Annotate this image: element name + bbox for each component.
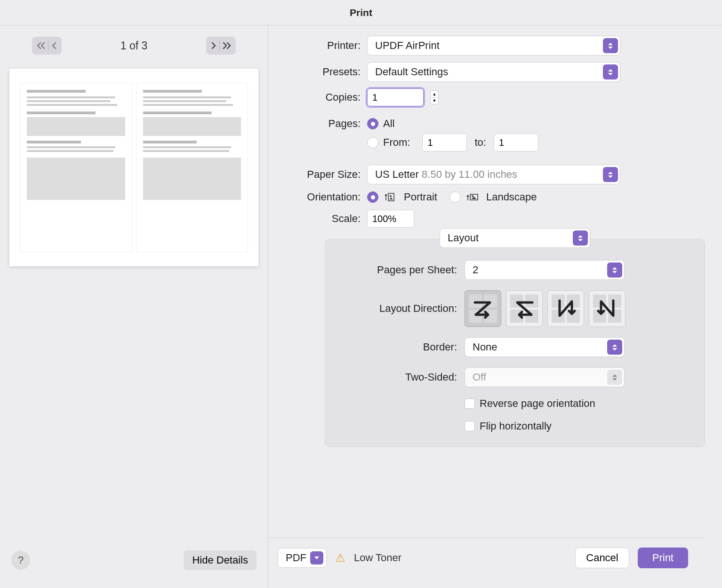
layout-section: Layout Pages per Sheet: 2 Layout Directi…	[325, 239, 705, 447]
reverse-orientation-checkbox[interactable]	[465, 398, 475, 409]
copies-label: Copies:	[268, 91, 367, 103]
reverse-orientation-label: Reverse page orientation	[480, 397, 595, 410]
two-sided-select: Off	[465, 367, 625, 387]
chevron-updown-icon	[573, 230, 588, 246]
panel-value: Layout	[448, 232, 479, 244]
prev-page-buttons[interactable]	[32, 37, 62, 55]
landscape-icon	[466, 192, 479, 202]
orientation-landscape-label: Landscape	[486, 191, 537, 203]
border-select[interactable]: None	[465, 337, 625, 357]
border-value: None	[473, 341, 497, 353]
presets-select[interactable]: Default Settings	[367, 62, 620, 82]
svg-rect-0	[388, 193, 394, 201]
copies-input[interactable]	[367, 88, 424, 106]
preview-pane: 1 of 3 ? Hide Details	[0, 25, 268, 588]
presets-label: Presets:	[268, 66, 367, 78]
two-sided-label: Two-Sided:	[342, 371, 465, 383]
prev-page-icon	[51, 42, 57, 49]
preview-sheet	[9, 69, 258, 266]
orientation-label: Orientation:	[268, 191, 367, 203]
first-page-icon	[37, 42, 45, 49]
layout-direction-2[interactable]	[506, 290, 543, 327]
layout-direction-3[interactable]	[547, 290, 584, 327]
copies-stepper[interactable]: ▲ ▼	[430, 90, 439, 104]
next-page-buttons[interactable]	[206, 37, 236, 55]
chevron-updown-icon	[603, 167, 618, 182]
printer-value: UPDF AirPrint	[375, 40, 440, 52]
chevron-updown-icon	[607, 370, 622, 385]
pages-from-input[interactable]	[422, 134, 467, 151]
preview-thumb-2	[136, 83, 249, 252]
print-button[interactable]: Print	[638, 548, 688, 568]
orientation-portrait-radio[interactable]	[367, 191, 378, 203]
flip-horizontally-label: Flip horizontally	[480, 420, 552, 432]
printer-select[interactable]: UPDF AirPrint	[367, 36, 620, 56]
chevron-down-icon	[310, 551, 323, 564]
page-indicator: 1 of 3	[120, 40, 148, 52]
svg-point-1	[390, 195, 392, 197]
layout-direction-4[interactable]	[589, 290, 626, 327]
two-sided-value: Off	[473, 371, 486, 383]
warning-icon: ⚠︎	[335, 551, 345, 564]
presets-value: Default Settings	[375, 66, 448, 78]
layout-direction-label: Layout Direction:	[342, 302, 465, 315]
pages-label: Pages:	[268, 118, 367, 130]
pdf-label: PDF	[286, 552, 306, 564]
stepper-down-icon[interactable]: ▼	[430, 97, 439, 104]
pdf-dropdown[interactable]: PDF	[278, 548, 327, 568]
stepper-up-icon[interactable]: ▲	[430, 90, 439, 97]
pages-all-radio[interactable]	[367, 118, 378, 129]
pages-per-sheet-label: Pages per Sheet:	[342, 264, 465, 276]
pages-per-sheet-select[interactable]: 2	[465, 260, 625, 280]
svg-point-3	[472, 195, 473, 197]
chevron-updown-icon	[607, 340, 622, 355]
orientation-portrait-label: Portrait	[404, 191, 437, 203]
chevron-updown-icon	[607, 262, 622, 278]
flip-horizontally-checkbox[interactable]	[465, 421, 475, 431]
last-page-icon	[223, 42, 231, 49]
pages-to-input[interactable]	[494, 134, 538, 151]
preview-thumb-1	[20, 83, 132, 252]
next-page-icon	[211, 42, 217, 49]
orientation-landscape-radio[interactable]	[449, 191, 461, 203]
settings-footer: PDF ⚠︎ Low Toner Cancel Print	[268, 538, 705, 580]
hide-details-button[interactable]: Hide Details	[184, 550, 257, 570]
scale-input[interactable]	[367, 210, 414, 228]
pages-all-label: All	[383, 118, 394, 130]
help-button[interactable]: ?	[11, 551, 30, 570]
paper-size-select[interactable]: US Letter 8.50 by 11.00 inches	[367, 165, 620, 184]
pages-per-sheet-value: 2	[473, 264, 478, 276]
border-label: Border:	[342, 341, 465, 353]
chevron-updown-icon	[603, 64, 618, 79]
chevron-updown-icon	[603, 38, 618, 53]
settings-pane: Printer: UPDF AirPrint Presets: Default …	[268, 25, 722, 588]
cancel-button[interactable]: Cancel	[575, 548, 629, 568]
paper-size-value: US Letter 8.50 by 11.00 inches	[375, 168, 517, 181]
portrait-icon	[384, 192, 396, 202]
pages-range-radio[interactable]	[367, 137, 378, 148]
pages-to-label: to:	[474, 136, 486, 149]
panel-select[interactable]: Layout	[440, 228, 590, 248]
warning-text: Low Toner	[354, 552, 401, 564]
pages-from-label: From:	[383, 136, 410, 149]
paper-size-label: Paper Size:	[268, 168, 367, 181]
layout-direction-1[interactable]	[465, 290, 501, 327]
window-title: Print	[0, 0, 722, 25]
printer-label: Printer:	[268, 40, 367, 52]
scale-label: Scale:	[268, 213, 367, 225]
